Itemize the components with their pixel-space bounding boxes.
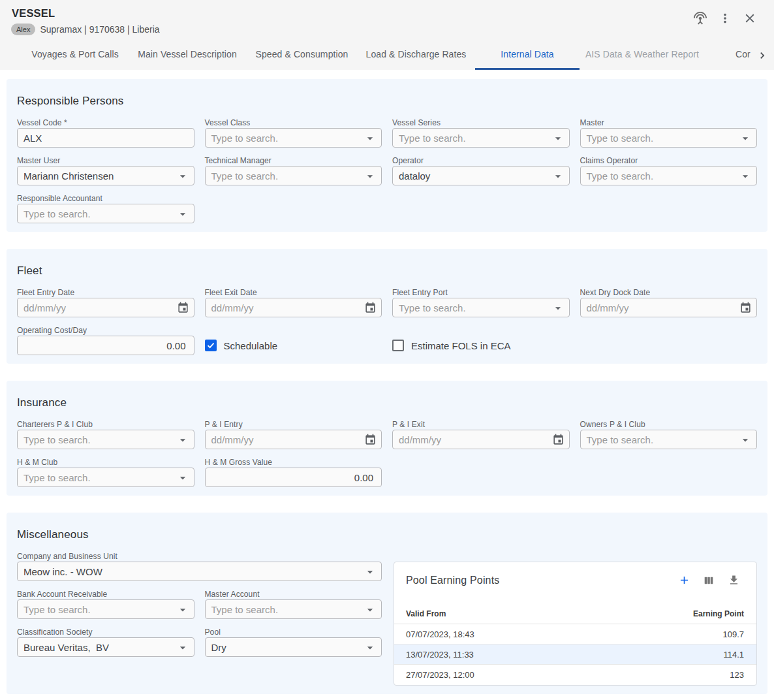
vessel-series-field: Vessel SeriesType to search. <box>392 118 570 148</box>
master-label: Master <box>580 118 758 128</box>
estimate-fols-in-eca-checkbox[interactable]: Estimate FOLS in ECA <box>392 336 570 355</box>
next-dry-dock-date-calendar-icon[interactable] <box>739 302 752 314</box>
charterers-p-i-club-dropdown-icon[interactable] <box>176 434 189 447</box>
operator-value: dataloy <box>399 170 430 182</box>
fleet-entry-date-calendar-icon[interactable] <box>177 302 189 314</box>
p-i-exit-input[interactable]: dd/mm/yy <box>392 430 570 449</box>
tab-main-vessel-description[interactable]: Main Vessel Description <box>138 40 237 68</box>
responsible-persons-section: Responsible PersonsVessel Code *ALXVesse… <box>7 79 767 232</box>
claims-operator-dropdown-icon[interactable] <box>739 170 752 183</box>
vessel-code-value: ALX <box>23 133 42 144</box>
master-user-dropdown-icon[interactable] <box>176 170 189 183</box>
h-m-gross-value-input[interactable]: 0.00 <box>205 468 382 487</box>
fleet-entry-date-input[interactable]: dd/mm/yy <box>17 298 194 317</box>
kebab-menu-icon[interactable] <box>717 10 733 26</box>
master-account-input[interactable]: Type to search. <box>205 599 382 619</box>
claims-operator-value: Type to search. <box>587 170 654 182</box>
fleet-exit-date-label: Fleet Exit Date <box>205 287 382 298</box>
tab-ais-data-weather-report: AIS Data & Weather Report <box>585 40 699 68</box>
pool-table-row-1[interactable]: 13/07/2023, 11:33114.1 <box>394 644 756 665</box>
h-m-club-dropdown-icon[interactable] <box>176 471 189 485</box>
claims-operator-field: Claims OperatorType to search. <box>580 155 758 185</box>
tab-cor[interactable]: Cor <box>735 40 751 68</box>
bank-account-receivable-input[interactable]: Type to search. <box>17 599 194 619</box>
tabs-scroll-right-icon[interactable] <box>754 48 770 63</box>
next-dry-dock-date-field: Next Dry Dock Datedd/mm/yy <box>580 287 758 317</box>
tab-internal-data[interactable]: Internal Data <box>501 40 553 68</box>
col-header-valid-from[interactable]: Valid From <box>406 609 693 618</box>
vessel-series-dropdown-icon[interactable] <box>551 132 565 145</box>
owners-p-i-club-input[interactable]: Type to search. <box>580 430 758 449</box>
fleet-entry-port-input[interactable]: Type to search. <box>392 298 570 317</box>
master-user-label: Master User <box>17 155 194 166</box>
bank-account-receivable-dropdown-icon[interactable] <box>176 603 189 616</box>
pool-table-row-2[interactable]: 27/07/2023, 12:00123 <box>394 665 756 685</box>
claims-operator-input[interactable]: Type to search. <box>580 166 758 185</box>
col-header-earning-point[interactable]: Earning Point <box>693 609 744 618</box>
responsible-persons-title: Responsible Persons <box>17 95 757 108</box>
schedulable-checkbox-box[interactable] <box>205 340 217 351</box>
fleet-section: FleetFleet Entry Datedd/mm/yyFleet Exit … <box>7 249 767 364</box>
operator-dropdown-icon[interactable] <box>551 170 565 183</box>
h-m-club-field: H & M ClubType to search. <box>17 457 194 487</box>
bank-account-receivable-value: Type to search. <box>23 604 91 615</box>
operating-cost-day-input[interactable]: 0.00 <box>17 336 194 355</box>
owners-p-i-club-dropdown-icon[interactable] <box>739 434 752 447</box>
fleet-entry-port-dropdown-icon[interactable] <box>551 302 565 315</box>
row-0-valid-from: 07/07/2023, 18:43 <box>406 629 722 639</box>
technical-manager-field: Technical ManagerType to search. <box>205 155 382 185</box>
company-and-business-unit-dropdown-icon[interactable] <box>364 565 377 579</box>
fleet-exit-date-calendar-icon[interactable] <box>364 302 377 314</box>
pool-table-row-0[interactable]: 07/07/2023, 18:43109.7 <box>394 624 756 644</box>
fleet-entry-date-label: Fleet Entry Date <box>17 287 194 298</box>
h-m-club-input[interactable]: Type to search. <box>17 468 194 487</box>
h-m-club-label: H & M Club <box>17 457 194 468</box>
responsible-accountant-input[interactable]: Type to search. <box>17 204 194 223</box>
vessel-class-dropdown-icon[interactable] <box>364 132 377 145</box>
add-row-icon[interactable] <box>676 573 692 588</box>
antenna-icon[interactable] <box>692 10 708 26</box>
next-dry-dock-date-input[interactable]: dd/mm/yy <box>580 298 758 317</box>
tab-speed-consumption[interactable]: Speed & Consumption <box>256 40 348 68</box>
technical-manager-dropdown-icon[interactable] <box>364 170 377 183</box>
fleet-exit-date-input[interactable]: dd/mm/yy <box>205 298 382 317</box>
dialog-header: VESSEL Alex Supramax | 9170638 | Liberia <box>0 0 774 40</box>
classification-society-dropdown-icon[interactable] <box>176 641 189 654</box>
fleet-exit-date-value: dd/mm/yy <box>211 302 254 313</box>
master-value: Type to search. <box>587 133 654 144</box>
close-icon[interactable] <box>742 10 758 26</box>
p-i-entry-input[interactable]: dd/mm/yy <box>205 430 382 449</box>
pool-dropdown-icon[interactable] <box>364 641 377 654</box>
technical-manager-label: Technical Manager <box>205 155 382 166</box>
vessel-series-input[interactable]: Type to search. <box>392 128 570 148</box>
master-user-input[interactable]: Mariann Christensen <box>17 166 194 185</box>
vessel-class-value: Type to search. <box>211 133 279 144</box>
master-account-dropdown-icon[interactable] <box>364 603 377 616</box>
company-and-business-unit-input[interactable]: Meow inc. - WOW <box>17 562 382 581</box>
technical-manager-value: Type to search. <box>211 170 279 182</box>
responsible-accountant-dropdown-icon[interactable] <box>176 208 189 221</box>
tab-load-discharge-rates[interactable]: Load & Discharge Rates <box>366 40 467 68</box>
estimate-fols-in-eca-checkbox-box[interactable] <box>392 340 404 351</box>
download-icon[interactable] <box>726 573 741 588</box>
tab-voyages-port-calls[interactable]: Voyages & Port Calls <box>31 40 119 68</box>
operating-cost-day-field: Operating Cost/Day0.00 <box>17 325 194 355</box>
pool-input[interactable]: Dry <box>205 637 382 657</box>
master-input[interactable]: Type to search. <box>580 128 758 148</box>
master-user-value: Mariann Christensen <box>23 170 114 182</box>
columns-icon[interactable] <box>701 573 717 588</box>
charterers-p-i-club-input[interactable]: Type to search. <box>17 430 194 449</box>
technical-manager-input[interactable]: Type to search. <box>205 166 382 185</box>
master-dropdown-icon[interactable] <box>739 132 752 145</box>
row-0-earning-point: 109.7 <box>722 629 744 639</box>
master-user-field: Master UserMariann Christensen <box>17 155 194 185</box>
vessel-class-input[interactable]: Type to search. <box>205 128 382 148</box>
vessel-series-value: Type to search. <box>399 133 466 144</box>
vessel-code-input[interactable]: ALX <box>17 128 194 148</box>
p-i-entry-calendar-icon[interactable] <box>364 434 377 446</box>
operator-input[interactable]: dataloy <box>392 166 570 185</box>
p-i-exit-calendar-icon[interactable] <box>552 434 565 446</box>
schedulable-checkbox[interactable]: Schedulable <box>205 336 382 355</box>
p-i-entry-label: P & I Entry <box>205 419 382 430</box>
classification-society-input[interactable]: Bureau Veritas, BV <box>17 637 194 657</box>
